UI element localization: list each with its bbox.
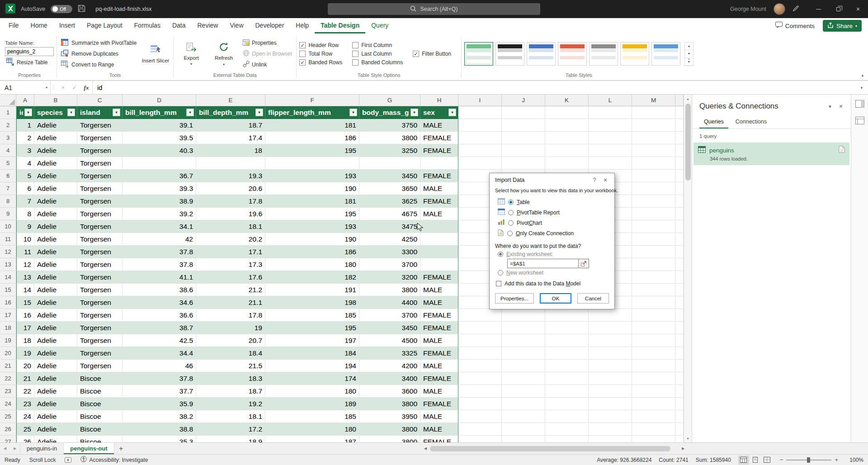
scroll-down-icon[interactable]: ▾ xyxy=(684,434,692,442)
cell[interactable]: 17.2 xyxy=(196,423,265,436)
cell[interactable] xyxy=(502,360,545,372)
cell[interactable]: 184 xyxy=(265,347,359,360)
row-header-13[interactable]: 13 xyxy=(0,258,16,271)
cell[interactable] xyxy=(545,322,589,334)
cell[interactable]: 18.9 xyxy=(196,436,265,443)
cell[interactable] xyxy=(675,271,684,284)
cell[interactable]: Torgersen xyxy=(77,208,123,220)
cell[interactable]: Torgersen xyxy=(77,195,123,208)
cell[interactable] xyxy=(589,309,632,322)
table-style-lightblue[interactable] xyxy=(651,42,680,66)
cell[interactable] xyxy=(458,334,502,347)
cell[interactable] xyxy=(632,119,675,132)
cell[interactable] xyxy=(632,372,675,385)
cell[interactable]: 20.7 xyxy=(196,334,265,347)
cell[interactable] xyxy=(589,360,632,372)
checkbox-total-row[interactable]: Total Row xyxy=(299,51,342,57)
filter-dropdown-icon[interactable]: ▾ xyxy=(448,109,456,116)
row-header-2[interactable]: 2 xyxy=(0,119,16,132)
cell[interactable] xyxy=(675,284,684,296)
cell[interactable]: FEMALE xyxy=(420,144,458,157)
cell[interactable] xyxy=(502,157,545,170)
ribbon-tab-table-design[interactable]: Table Design xyxy=(315,18,365,33)
cell[interactable] xyxy=(458,322,502,334)
ribbon-tab-help[interactable]: Help xyxy=(290,18,315,33)
cell[interactable] xyxy=(589,119,632,132)
cell[interactable]: 25 xyxy=(16,423,34,436)
filter-dropdown-icon[interactable]: ▾ xyxy=(113,109,120,116)
query-name[interactable]: penguins xyxy=(709,147,734,154)
filter-dropdown-icon[interactable]: ▾ xyxy=(186,109,194,116)
cell[interactable]: Torgersen xyxy=(77,347,123,360)
cell[interactable] xyxy=(589,144,632,157)
cell[interactable]: 19.6 xyxy=(196,208,265,220)
cell[interactable]: 195 xyxy=(265,208,359,220)
zoom-out-icon[interactable]: − xyxy=(780,456,783,463)
cell[interactable]: Adelie xyxy=(34,347,77,360)
cell[interactable] xyxy=(502,322,545,334)
cell[interactable]: Adelie xyxy=(34,436,77,443)
cell[interactable]: 39.2 xyxy=(123,208,196,220)
cell[interactable] xyxy=(502,410,545,423)
cell[interactable]: 38.9 xyxy=(123,195,196,208)
cell[interactable]: 5 xyxy=(16,170,34,182)
horizontal-scrollbar-thumb[interactable] xyxy=(430,446,670,451)
row-header-26[interactable]: 26 xyxy=(0,423,16,436)
cell[interactable] xyxy=(632,233,675,246)
formula-bar-expand-icon[interactable]: ▾ xyxy=(855,81,868,94)
cell[interactable]: Torgersen xyxy=(77,258,123,271)
cell[interactable] xyxy=(675,296,684,309)
cell[interactable] xyxy=(420,246,458,258)
table-name-input[interactable] xyxy=(5,47,54,56)
cell[interactable]: MALE xyxy=(420,423,458,436)
cell[interactable]: 21.5 xyxy=(196,360,265,372)
query-peek-icon[interactable] xyxy=(839,146,845,155)
column-header-I[interactable]: I xyxy=(458,95,502,106)
cell[interactable]: Adelie xyxy=(34,258,77,271)
cell[interactable]: 3325 xyxy=(359,347,420,360)
cell[interactable]: 18.1 xyxy=(196,410,265,423)
cell[interactable]: 3950 xyxy=(359,410,420,423)
cell[interactable]: 181 xyxy=(265,119,359,132)
cell[interactable]: 20.6 xyxy=(196,182,265,195)
cell[interactable]: 193 xyxy=(265,220,359,233)
cell[interactable]: Adelie xyxy=(34,385,77,398)
cell[interactable]: 4400 xyxy=(359,296,420,309)
cell[interactable] xyxy=(632,334,675,347)
cell[interactable] xyxy=(458,385,502,398)
cell[interactable]: 15 xyxy=(16,296,34,309)
cell[interactable]: 180 xyxy=(265,385,359,398)
cell[interactable]: Adelie xyxy=(34,157,77,170)
scroll-left-icon[interactable]: ◀ xyxy=(422,446,429,451)
filter-dropdown-icon[interactable]: ▾ xyxy=(410,109,418,116)
cell[interactable] xyxy=(675,398,684,410)
cell[interactable]: MALE xyxy=(420,182,458,195)
cell[interactable] xyxy=(675,423,684,436)
ribbon-tab-review[interactable]: Review xyxy=(192,18,224,33)
cell[interactable] xyxy=(545,119,589,132)
cell[interactable]: Torgersen xyxy=(77,309,123,322)
cell[interactable] xyxy=(675,322,684,334)
filter-dropdown-icon[interactable]: ▾ xyxy=(24,109,32,116)
cell[interactable]: 182 xyxy=(265,271,359,284)
row-header-27[interactable]: 27 xyxy=(0,436,16,443)
cell[interactable]: 14 xyxy=(16,284,34,296)
cell[interactable]: Torgersen xyxy=(77,334,123,347)
export-button[interactable]: Export ▾ xyxy=(176,41,206,67)
cell[interactable] xyxy=(675,106,684,119)
cell[interactable] xyxy=(675,233,684,246)
cell[interactable] xyxy=(675,360,684,372)
cell[interactable]: MALE xyxy=(420,284,458,296)
sheet-tab-penguins-out[interactable]: penguins-out xyxy=(64,443,114,454)
cell[interactable] xyxy=(502,119,545,132)
avatar[interactable] xyxy=(774,3,785,15)
cell[interactable]: 36.6 xyxy=(123,309,196,322)
cell[interactable]: 181 xyxy=(265,195,359,208)
cell[interactable]: FEMALE xyxy=(420,322,458,334)
cell[interactable]: 19.2 xyxy=(196,398,265,410)
cell[interactable] xyxy=(545,106,589,119)
dialog-close-icon[interactable]: × xyxy=(600,176,611,184)
cell[interactable]: 16 xyxy=(16,309,34,322)
summarize-with-pivottable-button[interactable]: Summarize with PivotTable xyxy=(60,38,138,48)
cell[interactable] xyxy=(632,208,675,220)
